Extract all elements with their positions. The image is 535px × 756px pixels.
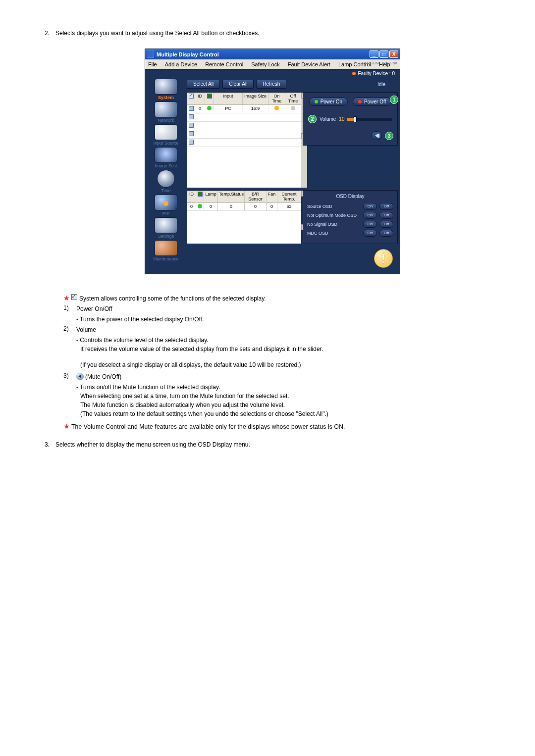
row-input: PC <box>214 105 243 113</box>
window-titlebar[interactable]: Multiple Display Control _ □ X <box>145 49 400 59</box>
mdc-screenshot: Multiple Display Control _ □ X File Add … <box>145 49 400 274</box>
callout-2: 2 <box>308 115 317 123</box>
item-3-sub3: The Mute function is disabled automatica… <box>80 401 500 409</box>
item-2-sub2: It receives the volume value of the sele… <box>80 345 500 353</box>
device-row-empty <box>187 113 301 122</box>
osd-mdc-on[interactable]: On <box>363 230 377 237</box>
step-3-number: 3. <box>45 441 55 448</box>
device-table-header: ID Input Image Size On Time Off Time <box>187 93 301 105</box>
device-row-empty <box>187 122 301 130</box>
system-intro-row: ★ System allows controlling some of the … <box>63 294 500 303</box>
menubar: File Add a Device Remote Control Safety … <box>145 59 400 69</box>
refresh-button[interactable]: Refresh <box>256 80 286 89</box>
volume-slider[interactable] <box>347 118 392 121</box>
window-title: Multiple Display Control <box>157 51 219 57</box>
status-table-header: ID Lamp Temp.Status B/R Sensor Fan Curre… <box>187 191 301 203</box>
col-on-time: On Time <box>268 93 285 104</box>
sidebar-item-pip[interactable]: PIP <box>147 195 185 216</box>
sidebar-item-time[interactable]: Time <box>147 170 185 193</box>
app-icon <box>147 50 154 58</box>
row-image-size: 16:9 <box>243 105 268 113</box>
item-3-sub2: When selecting one set at a time, turn o… <box>80 392 500 401</box>
select-all-button[interactable]: Select All <box>187 80 220 89</box>
device-row-empty <box>187 139 301 147</box>
on-time-dot-icon <box>274 106 279 110</box>
osd-display-panel: OSD Display Source OSD On Off Not Optimu… <box>303 190 398 244</box>
col-id: ID <box>195 93 205 104</box>
menu-fault-device-alert[interactable]: Fault Device Alert <box>288 61 330 67</box>
clear-all-button[interactable]: Clear All <box>222 80 254 89</box>
step-2-row: 2. Selects displays you want to adjust u… <box>45 30 500 37</box>
sidebar: System Network Input Source Image Size T… <box>145 77 187 274</box>
sidebar-item-system[interactable]: System <box>147 79 185 100</box>
status-dot-icon <box>198 204 202 208</box>
led-green-icon <box>315 100 318 103</box>
osd-row-nosig: No Signal OSD On Off <box>307 221 393 228</box>
volume-value: 10 <box>339 116 344 122</box>
menu-remote-control[interactable]: Remote Control <box>205 61 243 67</box>
power-off-button[interactable]: Power Off <box>353 98 391 106</box>
system-intro-text: System allows controlling some of the fu… <box>79 294 500 303</box>
item-3: 3) (Mute On/Off) <box>63 372 500 381</box>
osd-mdc-off[interactable]: Off <box>379 230 393 237</box>
volume-label: Volume <box>320 116 336 122</box>
checkbox-icon <box>71 294 77 300</box>
status-table: ID Lamp Temp.Status B/R Sensor Fan Curre… <box>187 190 301 244</box>
step-3-row: 3. Selects whether to display the menu s… <box>45 441 500 448</box>
maximize-button[interactable]: □ <box>379 50 388 58</box>
item-1: 1) Power On/Off <box>63 304 500 313</box>
status-row-0[interactable]: 0 0 0 0 0 63 <box>187 203 301 211</box>
item-2-sub1: - Controls the volume level of the selec… <box>76 336 500 345</box>
power-note: ★ The Volume Control and Mute features a… <box>63 422 500 431</box>
power-on-button[interactable]: Power On <box>309 98 348 106</box>
alarm-area: ! <box>187 246 398 272</box>
col-image-size: Image Size <box>243 93 268 104</box>
osd-row-notopt: Not Optimum Mode OSD On Off <box>307 212 393 219</box>
item-3-sub4: (The values return to the default settin… <box>80 409 500 418</box>
osd-notopt-off[interactable]: Off <box>379 212 393 219</box>
sidebar-item-settings[interactable]: Settings <box>147 217 185 239</box>
item-3-sub1: - Turns on/off the Mute function of the … <box>76 383 500 392</box>
device-row-empty <box>187 130 301 139</box>
star-icon: ★ <box>63 294 70 302</box>
sidebar-item-image-size[interactable]: Image Size <box>147 147 185 168</box>
osd-notopt-on[interactable]: On <box>363 212 377 219</box>
menu-file[interactable]: File <box>148 61 157 67</box>
sidebar-item-input-source[interactable]: Input Source <box>147 124 185 146</box>
minimize-button[interactable]: _ <box>370 50 378 58</box>
device-row-0[interactable]: 0 PC 16:9 <box>187 105 301 113</box>
close-button[interactable]: X <box>389 50 398 58</box>
col-status-icon <box>207 94 212 99</box>
step-2-number: 2. <box>45 30 55 37</box>
osd-source-off[interactable]: Off <box>379 203 393 210</box>
col-status-icon <box>198 192 203 197</box>
row-id: 0 <box>195 105 205 113</box>
step-3-text: Selects whether to display the menu scre… <box>55 441 500 448</box>
callout-3: 3 <box>385 132 393 140</box>
menu-safety-lock[interactable]: Safety Lock <box>251 61 279 67</box>
speaker-icon <box>375 134 378 138</box>
item-1-sub: - Turns the power of the selected displa… <box>76 315 500 324</box>
power-panel: Power On Power Off 1 2 Volume 10 3 <box>303 92 398 146</box>
osd-nosig-off[interactable]: Off <box>379 221 393 228</box>
faulty-dot-icon <box>352 72 356 75</box>
item-2-sub3: (If you deselect a single display or all… <box>80 360 500 369</box>
sidebar-item-network[interactable]: Network <box>147 101 185 123</box>
step-2-text: Selects displays you want to adjust usin… <box>55 30 500 37</box>
menu-add-device[interactable]: Add a Device <box>165 61 197 67</box>
mute-icon <box>76 373 84 380</box>
header-checkbox[interactable] <box>189 94 194 99</box>
device-table: ID Input Image Size On Time Off Time 0 P… <box>187 92 301 188</box>
brand-logo: SAMSUNG DIGITall <box>362 61 397 65</box>
sidebar-item-maintenance[interactable]: Maintenance <box>147 240 185 261</box>
osd-source-on[interactable]: On <box>363 203 377 210</box>
row-checkbox[interactable] <box>189 106 194 111</box>
osd-row-source: Source OSD On Off <box>307 203 393 210</box>
mute-button[interactable] <box>371 131 382 140</box>
callout-1: 1 <box>390 96 398 104</box>
star-icon: ★ <box>63 422 70 431</box>
osd-row-mdc: MDC OSD On Off <box>307 230 393 237</box>
osd-title: OSD Display <box>307 194 393 199</box>
osd-nosig-on[interactable]: On <box>363 221 377 228</box>
col-input: Input <box>214 93 243 104</box>
